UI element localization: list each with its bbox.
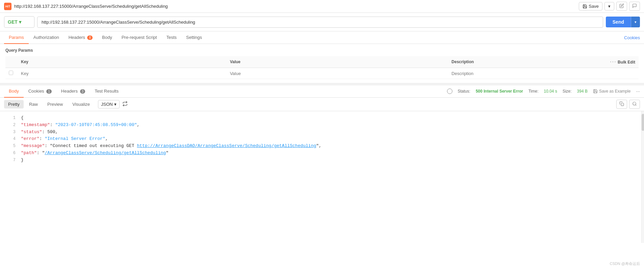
table-row bbox=[5, 68, 639, 79]
line-number-6: 6 bbox=[5, 150, 16, 157]
line-number-4: 4 bbox=[5, 136, 16, 143]
request-tabs: Params Authorization Headers 8 Body Pre-… bbox=[0, 31, 644, 44]
code-area: 1 { 2 "timestamp": "2023-07-10T07:45:08.… bbox=[0, 111, 644, 243]
viewer-tab-raw[interactable]: Raw bbox=[25, 100, 42, 108]
edit-button[interactable] bbox=[616, 2, 627, 11]
top-bar-url: http://192.168.137.227:15000/ArrangeClas… bbox=[14, 4, 168, 9]
value-col-header: Value bbox=[226, 56, 448, 68]
top-bar-right: Save ▾ bbox=[579, 2, 640, 11]
tab-body[interactable]: Body bbox=[97, 31, 117, 44]
format-select[interactable]: JSON ▾ bbox=[98, 100, 120, 108]
code-line-7: 7 } bbox=[5, 157, 639, 164]
wrap-icon bbox=[122, 101, 128, 106]
tab-authorization[interactable]: Authorization bbox=[29, 31, 64, 44]
key-col-header: Key bbox=[18, 56, 226, 68]
line-content-2: "timestamp": "2023-07-10T07:45:08.559+00… bbox=[21, 122, 639, 129]
edit-icon bbox=[619, 3, 624, 8]
save-button[interactable]: Save bbox=[579, 2, 602, 10]
message-link[interactable]: http://ArrangeClassDAO/ArrangeClassServe… bbox=[137, 143, 316, 148]
code-line-5: 5 "message": "Connect timed out executin… bbox=[5, 143, 639, 150]
desc-col-header: Description bbox=[448, 56, 598, 68]
value-input-cell[interactable] bbox=[226, 68, 448, 79]
code-line-2: 2 "timestamp": "2023-07-10T07:45:08.559+… bbox=[5, 122, 639, 129]
search-button[interactable] bbox=[629, 100, 640, 109]
key-input-cell[interactable] bbox=[18, 68, 226, 79]
status-value: 500 Internal Server Error bbox=[476, 89, 523, 94]
svg-rect-0 bbox=[621, 103, 624, 106]
svg-point-1 bbox=[633, 102, 636, 105]
headers-response-badge: 3 bbox=[80, 89, 85, 94]
comment-button[interactable] bbox=[629, 2, 640, 11]
top-bar: HIT http://192.168.137.227:15000/Arrange… bbox=[0, 0, 644, 13]
viewer-tab-visualize[interactable]: Visualize bbox=[68, 100, 94, 108]
line-number-2: 2 bbox=[5, 122, 16, 129]
time-label: Time: bbox=[528, 89, 539, 94]
cookies-link[interactable]: Cookies bbox=[624, 35, 640, 40]
copy-icon bbox=[619, 101, 624, 106]
scrollbar-thumb bbox=[642, 114, 644, 131]
size-label: Size: bbox=[563, 89, 572, 94]
line-number-3: 3 bbox=[5, 129, 16, 136]
response-tab-cookies[interactable]: Cookies 1 bbox=[24, 85, 56, 98]
query-params-section: Query Params Key Value Description ··· B… bbox=[0, 44, 644, 83]
svg-line-2 bbox=[636, 105, 637, 106]
line-content-5: "message": "Connect timed out executing … bbox=[21, 143, 639, 150]
actions-col-header: ··· Bulk Edit bbox=[598, 56, 639, 68]
tab-pre-request[interactable]: Pre-request Script bbox=[117, 31, 162, 44]
tab-params[interactable]: Params bbox=[4, 31, 29, 44]
line-number-5: 5 bbox=[5, 143, 16, 150]
line-content-4: "error": "Internal Server Error", bbox=[21, 136, 639, 143]
code-line-3: 3 "status": 500, bbox=[5, 129, 639, 136]
params-table: Key Value Description ··· Bulk Edit bbox=[5, 56, 639, 79]
code-line-6: 6 "path": "/ArrangeClassServe/Scheduling… bbox=[5, 150, 639, 157]
url-input[interactable] bbox=[37, 17, 603, 28]
response-tab-test-results[interactable]: Test Results bbox=[90, 85, 123, 98]
line-content-7: } bbox=[21, 157, 639, 164]
response-tab-headers[interactable]: Headers 3 bbox=[56, 85, 90, 98]
line-content-6: "path": "/ArrangeClassServe/Scheduling/g… bbox=[21, 150, 639, 157]
line-number-1: 1 bbox=[5, 115, 16, 122]
request-bar: GET ▾ Send ▾ bbox=[0, 13, 644, 31]
time-value: 10.04 s bbox=[544, 89, 557, 94]
row-actions bbox=[598, 68, 639, 79]
save-icon bbox=[583, 4, 587, 9]
send-button[interactable]: Send bbox=[606, 17, 631, 27]
size-value: 394 B bbox=[577, 89, 588, 94]
response-meta: Status: 500 Internal Server Error Time: … bbox=[447, 89, 640, 94]
status-label: Status: bbox=[458, 89, 470, 94]
tab-settings[interactable]: Settings bbox=[181, 31, 207, 44]
checkbox-col-header bbox=[5, 56, 18, 68]
response-tabs: Body Cookies 1 Headers 3 Test Results St… bbox=[0, 85, 644, 98]
desc-input-cell[interactable] bbox=[448, 68, 598, 79]
copy-button[interactable] bbox=[616, 100, 627, 109]
send-dropdown-button[interactable]: ▾ bbox=[631, 17, 640, 27]
response-more-button[interactable]: ··· bbox=[636, 89, 640, 94]
viewer-bar: Pretty Raw Preview Visualize JSON ▾ bbox=[0, 98, 644, 111]
cookies-response-badge: 1 bbox=[46, 89, 52, 94]
tab-tests[interactable]: Tests bbox=[162, 31, 181, 44]
save-dropdown-button[interactable]: ▾ bbox=[604, 2, 614, 10]
viewer-tab-preview[interactable]: Preview bbox=[43, 100, 67, 108]
code-line-4: 4 "error": "Internal Server Error", bbox=[5, 136, 639, 143]
response-tab-body[interactable]: Body bbox=[4, 85, 24, 98]
tab-headers[interactable]: Headers 8 bbox=[64, 31, 97, 44]
wrap-button[interactable] bbox=[122, 101, 128, 107]
watermark: CSDN @寿命运后 bbox=[610, 261, 640, 266]
send-container: Send ▾ bbox=[606, 17, 640, 27]
app-icon: HIT bbox=[4, 3, 11, 10]
row-checkbox[interactable] bbox=[5, 68, 18, 79]
path-link[interactable]: /ArrangeClassServe/Scheduling/getAllSche… bbox=[45, 150, 166, 155]
method-select[interactable]: GET ▾ bbox=[4, 16, 34, 28]
line-content-3: "status": 500, bbox=[21, 129, 639, 136]
save-example-button[interactable]: Save as Example bbox=[593, 89, 630, 94]
more-options-button[interactable]: ··· bbox=[610, 59, 616, 65]
comment-icon bbox=[632, 3, 637, 8]
save-example-icon bbox=[593, 89, 598, 94]
line-content-1: { bbox=[21, 115, 639, 122]
globe-icon bbox=[447, 89, 452, 94]
viewer-tab-pretty[interactable]: Pretty bbox=[4, 100, 24, 108]
section-title: Query Params bbox=[5, 48, 639, 53]
headers-badge: 8 bbox=[87, 35, 93, 40]
scrollbar-track[interactable] bbox=[641, 111, 644, 243]
code-line-1: 1 { bbox=[5, 115, 639, 122]
